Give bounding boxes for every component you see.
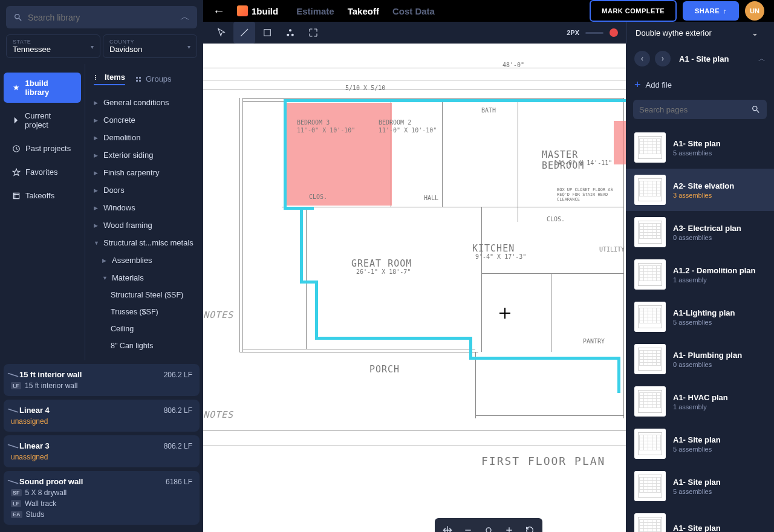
line-icon: ╲: [8, 405, 18, 415]
tool-pointer[interactable]: [210, 22, 232, 44]
nav-library[interactable]: 1build library: [4, 73, 81, 103]
county-label: COUNTY: [109, 39, 190, 45]
measurements-list: ╲15 ft interior wall206.2 LFLF15 ft inte…: [0, 360, 203, 532]
avatar[interactable]: UN: [745, 1, 764, 21]
tab-cost-data[interactable]: Cost Data: [392, 6, 435, 16]
zoom-out-button[interactable]: [459, 522, 477, 532]
layer-select[interactable]: Double wythe exterior ⌄: [626, 22, 767, 44]
tree-general-conditions[interactable]: ▶General conditions: [85, 94, 203, 111]
nav-takeoffs[interactable]: Takeoffs: [4, 185, 81, 206]
tree-wood-framing[interactable]: ▶Wood framing: [85, 216, 203, 234]
tab-takeoff[interactable]: Takeoff: [348, 6, 379, 16]
tool-points[interactable]: [279, 22, 301, 44]
tree-demolition[interactable]: ▶Demolition: [85, 129, 203, 146]
measurement-card[interactable]: ╲15 ft interior wall206.2 LFLF15 ft inte…: [4, 364, 200, 396]
page-item[interactable]: A3- Electrical plan0 assemblies: [626, 211, 774, 253]
tab-groups[interactable]: Groups: [135, 73, 172, 85]
pan-button[interactable]: [438, 522, 457, 532]
svg-rect-4: [136, 77, 138, 79]
tree-materials[interactable]: ▼Materials: [85, 269, 203, 287]
chevron-up-icon[interactable]: ︿: [180, 11, 190, 24]
library-search-input[interactable]: [28, 13, 180, 22]
page-thumbnail: [634, 217, 666, 247]
page-item[interactable]: A2- Site elvation3 assemblies: [626, 169, 774, 211]
measurement-card[interactable]: ╲Linear 4806.2 LFunassigned: [4, 400, 200, 432]
page-thumbnail: [634, 344, 666, 374]
tool-rect[interactable]: [256, 22, 278, 44]
svg-rect-8: [264, 30, 271, 36]
topbar: ← 1build Estimate Takeoff Cost Data MARK…: [203, 0, 774, 22]
page-item[interactable]: A1- HVAC plan1 assembly: [626, 380, 774, 423]
share-arrow-icon: ↑: [723, 7, 727, 15]
library-search[interactable]: ︿: [6, 6, 197, 28]
tree-assemblies[interactable]: ▶Assemblies: [85, 251, 203, 269]
nav-past-projects[interactable]: Past projects: [4, 138, 81, 159]
page-thumbnail: [634, 175, 666, 205]
measurement-card[interactable]: ╲Linear 3806.2 LFunassigned: [4, 435, 200, 467]
back-button[interactable]: ←: [213, 4, 225, 18]
tree-doors[interactable]: ▶Doors: [85, 181, 203, 199]
logo: 1build: [237, 5, 278, 16]
line-icon: ╲: [8, 476, 18, 486]
page-item[interactable]: A1- Plumbing plan0 assemblies: [626, 338, 774, 380]
line-icon: ╲: [8, 441, 18, 450]
canvas[interactable]: BEDROOM 3 11'-0" X 10'-10" BEDROOM 2 11'…: [203, 44, 626, 532]
page-list[interactable]: A1- Site plan5 assembliesA2- Site elvati…: [626, 123, 774, 532]
pages-panel: ‹ › A1 - Site plan ︿ + Add file A1- Site…: [626, 44, 774, 532]
tree-structural-steel[interactable]: Structural Steel ($SF): [85, 287, 203, 303]
tree-ceiling[interactable]: Ceiling: [85, 320, 203, 337]
tab-estimate[interactable]: Estimate: [296, 6, 334, 16]
tree-windows[interactable]: ▶Windows: [85, 199, 203, 216]
svg-point-11: [291, 34, 293, 36]
nav-favorites[interactable]: Favorites: [4, 161, 81, 183]
tree-trusses[interactable]: Trusses ($SF): [85, 303, 203, 320]
tree-finish-carpentry[interactable]: ▶Finish carpentry: [85, 164, 203, 181]
tool-fullscreen[interactable]: [302, 22, 324, 44]
collapse-panel-button[interactable]: ︿: [758, 54, 766, 64]
zoom-in-button[interactable]: [500, 522, 518, 532]
nav-current-project[interactable]: Current project: [4, 105, 81, 135]
tree-concrete[interactable]: ▶Concrete: [85, 111, 203, 129]
svg-point-9: [287, 34, 289, 36]
svg-point-2: [95, 77, 96, 78]
mark-complete-button[interactable]: MARK COMPLETE: [590, 0, 677, 22]
tab-items[interactable]: Items: [94, 73, 125, 85]
prev-page-button[interactable]: ‹: [634, 51, 650, 66]
color-swatch[interactable]: [610, 28, 618, 37]
measurement-card[interactable]: ╲Sound proof wall6186 LFSF5 X 8 drywallL…: [4, 471, 200, 525]
tree-exterior-siding[interactable]: ▶Exterior siding: [85, 146, 203, 164]
page-item[interactable]: A1- Site plan5 assemblies: [626, 465, 774, 507]
add-file-button[interactable]: + Add file: [626, 74, 774, 96]
county-select[interactable]: COUNTY Davidson: [103, 34, 197, 58]
reset-button[interactable]: [521, 522, 539, 532]
state-select[interactable]: STATE Tennessee: [6, 34, 100, 58]
tree-structural[interactable]: ▼Structural st...misc metals: [85, 234, 203, 251]
line-icon: ╲: [8, 369, 18, 379]
logo-mark-icon: [237, 5, 248, 16]
chevron-down-icon: ⌄: [752, 28, 758, 37]
current-page-title: A1 - Site plan: [679, 54, 753, 63]
page-item[interactable]: A1- Site plan5 assemblies: [626, 126, 774, 169]
page-item[interactable]: A1- Site plan5 assemblies: [626, 423, 774, 465]
svg-point-3: [95, 79, 96, 80]
pages-search[interactable]: [633, 100, 767, 119]
tree-can-lights[interactable]: 8" Can lights: [85, 337, 203, 354]
tool-line[interactable]: [233, 22, 255, 44]
page-thumbnail: [634, 302, 666, 332]
page-item[interactable]: A1- Site plan: [626, 507, 774, 532]
plus-icon: +: [634, 79, 641, 91]
pages-search-input[interactable]: [639, 105, 751, 114]
svg-rect-7: [139, 80, 141, 82]
page-item[interactable]: A1-Lighting plan5 assemblies: [626, 296, 774, 338]
stroke-px: 2PX: [567, 29, 579, 36]
zoom-fit-button[interactable]: [480, 522, 498, 532]
cursor-crosshair: [499, 308, 510, 319]
toolbar: 2PX Double wythe exterior ⌄: [203, 22, 774, 44]
share-button[interactable]: SHARE↑: [683, 1, 739, 21]
stroke-slider[interactable]: [585, 32, 603, 34]
next-page-button[interactable]: ›: [655, 51, 671, 66]
highlight-area-1: [285, 103, 392, 206]
page-thumbnail: [634, 471, 666, 501]
page-item[interactable]: A1.2 - Demolition plan1 assembly: [626, 253, 774, 296]
page-thumbnail: [634, 132, 666, 163]
